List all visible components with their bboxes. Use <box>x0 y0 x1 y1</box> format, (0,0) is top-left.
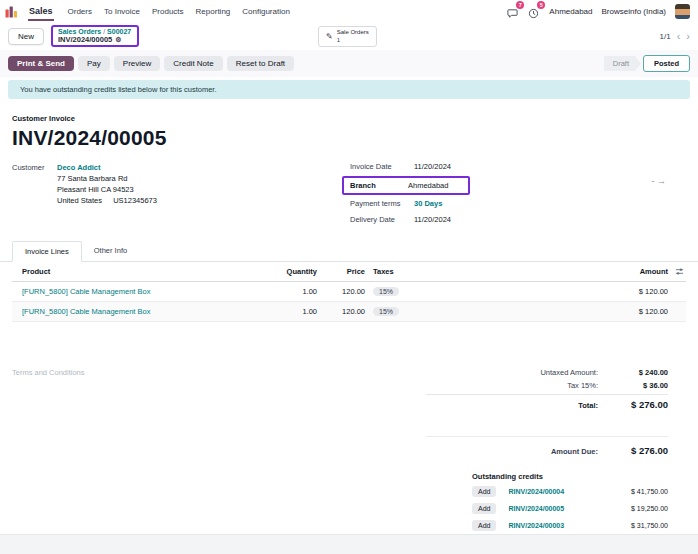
breadcrumb: Sales Orders / S00027 <box>58 28 131 35</box>
optional-columns-icon[interactable] <box>668 267 686 276</box>
terms-and-conditions-placeholder[interactable]: Terms and Conditions <box>12 368 426 554</box>
branch-switcher[interactable]: Ahmedabad <box>549 7 592 16</box>
messages-icon[interactable]: 7 <box>507 5 519 17</box>
invoice-date-value[interactable]: 11/20/2024 <box>414 162 451 171</box>
invoice-form-sheet: Customer Invoice INV/2024/00005 Customer… <box>0 114 698 552</box>
tax-row: Tax 15%: $ 36.00 <box>426 381 668 390</box>
reset-to-draft-button[interactable]: Reset to Draft <box>227 56 294 71</box>
table-row[interactable]: [FURN_5800] Cable Management Box 1.00 12… <box>12 302 686 322</box>
tab-invoice-lines[interactable]: Invoice Lines <box>12 241 82 262</box>
delivery-date-value[interactable]: 11/20/2024 <box>414 215 451 224</box>
user-avatar[interactable] <box>675 4 690 19</box>
pager-previous-icon[interactable]: ‹ <box>677 32 681 40</box>
price-cell[interactable]: 120.00 <box>317 287 365 296</box>
company-switcher[interactable]: Browseinfo (India) <box>602 7 666 16</box>
total-row: Total: $ 276.00 <box>426 394 668 410</box>
menu-orders[interactable]: Orders <box>68 7 92 16</box>
total-value: $ 276.00 <box>598 399 668 410</box>
customer-vat: US12345673 <box>113 196 157 205</box>
untaxed-amount-value: $ 240.00 <box>598 368 668 377</box>
payment-terms-value[interactable]: 30 Days <box>414 199 442 208</box>
breadcrumb-annotation-box: Sales Orders / S00027 INV/2024/00005 ⚙ <box>51 25 139 47</box>
preview-button[interactable]: Preview <box>114 56 160 71</box>
tax-badge[interactable]: 15% <box>373 307 399 316</box>
invoice-date-field: Invoice Date 11/20/2024 <box>350 162 650 171</box>
page-background-strip <box>0 534 698 554</box>
col-taxes[interactable]: Taxes <box>365 267 443 276</box>
invoice-number-title: INV/2024/00005 <box>12 126 686 150</box>
payment-terms-label: Payment terms <box>350 199 414 208</box>
status-bar: Draft Posted <box>604 55 690 72</box>
totals-block: Untaxed Amount: $ 240.00 Tax 15%: $ 36.0… <box>426 368 686 554</box>
status-draft[interactable]: Draft <box>604 56 641 71</box>
delivery-date-field: Delivery Date 11/20/2024 <box>350 215 650 224</box>
table-row[interactable]: [FURN_5800] Cable Management Box 1.00 12… <box>12 282 686 302</box>
amount-due-row: Amount Due: $ 276.00 <box>426 436 668 456</box>
credit-amount: $ 19,250.00 <box>631 505 668 512</box>
outstanding-credits-title: Outstanding credits <box>472 472 668 481</box>
customer-label: Customer <box>12 162 57 231</box>
col-amount[interactable]: Amount <box>443 267 668 276</box>
price-cell[interactable]: 120.00 <box>317 307 365 316</box>
messages-badge: 7 <box>516 1 524 9</box>
menu-to-invoice[interactable]: To Invoice <box>104 7 140 16</box>
activities-clock-icon[interactable]: 5 <box>528 5 540 17</box>
top-navbar: Sales Orders To Invoice Products Reporti… <box>0 0 698 22</box>
customer-address-line1: 77 Santa Barbara Rd <box>57 173 157 184</box>
credit-reference-link[interactable]: RINV/2024/00003 <box>508 522 564 529</box>
control-panel: New Sales Orders / S00027 INV/2024/00005… <box>0 22 698 50</box>
untaxed-amount-label: Untaxed Amount: <box>540 368 598 377</box>
add-credit-button[interactable]: Add <box>472 486 496 497</box>
quantity-cell[interactable]: 1.00 <box>267 287 317 296</box>
branch-label: Branch <box>350 181 408 190</box>
col-quantity[interactable]: Quantity <box>267 267 317 276</box>
amount-cell: $ 120.00 <box>443 287 668 296</box>
outstanding-credit-row: Add RINV/2024/00003 $ 31,750.00 <box>472 520 668 531</box>
actions-gear-icon[interactable]: ⚙ <box>115 36 121 44</box>
add-credit-button[interactable]: Add <box>472 520 496 531</box>
app-menu-sales[interactable]: Sales <box>28 2 54 21</box>
breadcrumb-sales-orders[interactable]: Sales Orders <box>58 28 101 35</box>
outstanding-credit-row: Add RINV/2024/00005 $ 19,250.00 <box>472 503 668 514</box>
delivery-date-label: Delivery Date <box>350 215 414 224</box>
invoice-lines-table: Product Quantity Price Taxes Amount [FUR… <box>12 262 686 322</box>
menu-products[interactable]: Products <box>152 7 184 16</box>
pager-counter: 1/1 <box>660 32 671 41</box>
credit-note-button[interactable]: Credit Note <box>164 56 222 71</box>
credit-reference-link[interactable]: RINV/2024/00005 <box>508 505 564 512</box>
pager: 1/1 ‹ › <box>660 32 690 41</box>
smart-button-count: 1 <box>337 37 369 44</box>
payment-terms-field: Payment terms 30 Days <box>350 199 650 208</box>
outstanding-credits-alert: You have outstanding credits listed belo… <box>8 80 690 99</box>
cursor-arrow-icon: - → <box>652 176 667 186</box>
product-link[interactable]: [FURN_5800] Cable Management Box <box>12 287 267 296</box>
customer-link[interactable]: Deco Addict <box>57 162 157 173</box>
action-bar: Print & Send Pay Preview Credit Note Res… <box>0 50 698 77</box>
add-credit-button[interactable]: Add <box>472 503 496 514</box>
pay-button[interactable]: Pay <box>78 56 110 71</box>
odoo-sales-app-icon[interactable] <box>5 5 18 18</box>
col-price[interactable]: Price <box>317 267 365 276</box>
tax-badge[interactable]: 15% <box>373 287 399 296</box>
new-button[interactable]: New <box>8 28 44 45</box>
invoice-date-label: Invoice Date <box>350 162 414 171</box>
sale-orders-smart-button[interactable]: ✎ Sale Orders 1 <box>318 26 377 47</box>
notebook-tabs: Invoice Lines Other Info <box>0 241 698 262</box>
col-product[interactable]: Product <box>12 267 267 276</box>
breadcrumb-s00027[interactable]: S00027 <box>107 28 131 35</box>
tax-value: $ 36.00 <box>598 381 668 390</box>
pager-next-icon[interactable]: › <box>686 32 690 40</box>
customer-address-line3: United States <box>57 196 102 205</box>
document-type-label: Customer Invoice <box>12 114 686 123</box>
branch-field-annotation-box: Branch Ahmedabad <box>342 176 470 195</box>
menu-configuration[interactable]: Configuration <box>242 7 290 16</box>
print-send-button[interactable]: Print & Send <box>8 56 74 71</box>
menu-reporting[interactable]: Reporting <box>196 7 231 16</box>
branch-value[interactable]: Ahmedabad <box>408 181 448 190</box>
amount-cell: $ 120.00 <box>443 307 668 316</box>
product-link[interactable]: [FURN_5800] Cable Management Box <box>12 307 267 316</box>
credit-reference-link[interactable]: RINV/2024/00004 <box>508 488 564 495</box>
quantity-cell[interactable]: 1.00 <box>267 307 317 316</box>
amount-due-label: Amount Due: <box>551 447 598 456</box>
tab-other-info[interactable]: Other Info <box>82 241 139 261</box>
